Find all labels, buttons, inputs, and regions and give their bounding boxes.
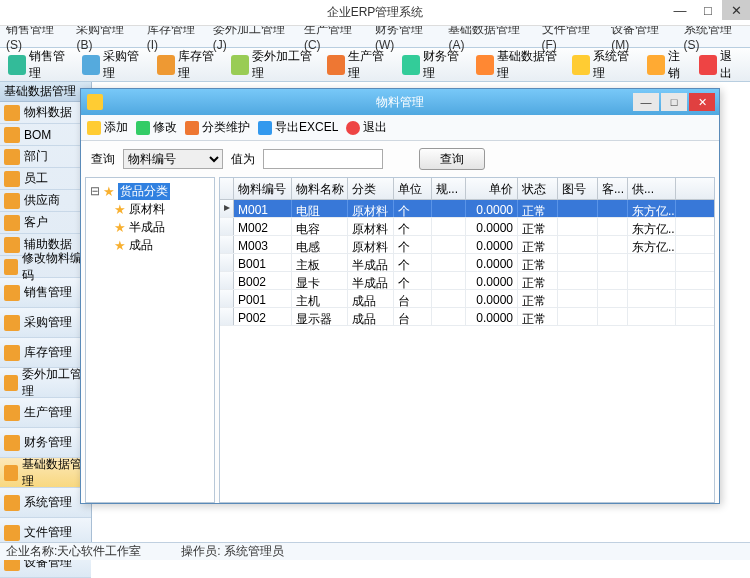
- toolbar-icon: [699, 55, 717, 75]
- sidebar-item[interactable]: 修改物料编码: [0, 256, 91, 278]
- child-title: 物料管理: [376, 94, 424, 111]
- toolbar-icon: [231, 55, 249, 75]
- toolbar-icon: [476, 55, 494, 75]
- column-header[interactable]: 物料名称: [292, 178, 348, 199]
- toolbar-item[interactable]: 退出: [695, 46, 746, 84]
- sidebar-icon: [4, 259, 18, 275]
- child-maximize-button[interactable]: □: [661, 93, 687, 111]
- sidebar-icon: [4, 193, 20, 209]
- child-minimize-button[interactable]: —: [633, 93, 659, 111]
- sidebar-module[interactable]: 采购管理: [0, 308, 91, 338]
- module-icon: [4, 495, 20, 511]
- minimize-button[interactable]: —: [666, 0, 694, 20]
- value-label: 值为: [231, 151, 255, 168]
- sidebar-item[interactable]: 客户: [0, 212, 91, 234]
- tree-node[interactable]: ★原材料: [90, 200, 210, 218]
- star-icon: ★: [103, 184, 115, 199]
- search-button[interactable]: 查询: [419, 148, 485, 170]
- maximize-button[interactable]: □: [694, 0, 722, 20]
- child-titlebar: 物料管理 — □ ✕: [81, 89, 719, 115]
- export-button[interactable]: 导出EXCEL: [258, 119, 338, 136]
- grid-header: 物料编号物料名称分类单位规...单价状态图号客...供...: [220, 178, 714, 200]
- star-icon: ★: [114, 238, 126, 253]
- toolbar-item[interactable]: 财务管理: [398, 46, 470, 84]
- column-header[interactable]: 分类: [348, 178, 394, 199]
- column-header[interactable]: 图号: [558, 178, 598, 199]
- sidebar-item[interactable]: 供应商: [0, 190, 91, 212]
- column-header[interactable]: 规...: [432, 178, 466, 199]
- module-icon: [4, 345, 20, 361]
- sidebar-icon: [4, 149, 20, 165]
- sidebar-item[interactable]: BOM: [0, 124, 91, 146]
- sidebar-module[interactable]: 系统管理: [0, 488, 91, 518]
- category-icon: [185, 121, 199, 135]
- column-header[interactable]: 单价: [466, 178, 518, 199]
- material-grid: 物料编号物料名称分类单位规...单价状态图号客...供... ▸M001电阻原材…: [219, 177, 715, 503]
- sidebar-icon: [4, 105, 20, 121]
- toolbar-icon: [8, 55, 26, 75]
- module-icon: [4, 285, 20, 301]
- exit-button[interactable]: 退出: [346, 119, 387, 136]
- table-row[interactable]: B002显卡半成品个0.0000正常: [220, 272, 714, 290]
- sidebar-icon: [4, 237, 20, 253]
- add-icon: [87, 121, 101, 135]
- table-row[interactable]: P001主机成品台0.0000正常: [220, 290, 714, 308]
- toolbar-icon: [157, 55, 175, 75]
- toolbar-item[interactable]: 注销: [643, 46, 694, 84]
- sidebar-header: 基础数据管理 «: [0, 82, 91, 102]
- module-icon: [4, 435, 20, 451]
- toolbar-icon: [327, 55, 345, 75]
- module-icon: [4, 405, 20, 421]
- close-button[interactable]: ✕: [722, 0, 750, 20]
- table-row[interactable]: M002电容原材料个0.0000正常东方亿...: [220, 218, 714, 236]
- toolbar-item[interactable]: 销售管理: [4, 46, 76, 84]
- sidebar-module[interactable]: 生产管理: [0, 398, 91, 428]
- table-row[interactable]: P002显示器成品台0.0000正常: [220, 308, 714, 326]
- sidebar-module[interactable]: 库存管理: [0, 338, 91, 368]
- toolbar-icon: [647, 55, 665, 75]
- column-header[interactable]: 状态: [518, 178, 558, 199]
- sidebar-module[interactable]: 基础数据管理: [0, 458, 91, 488]
- table-row[interactable]: B001主板半成品个0.0000正常: [220, 254, 714, 272]
- module-icon: [4, 465, 18, 481]
- sidebar-item[interactable]: 物料数据: [0, 102, 91, 124]
- search-bar: 查询 物料编号 值为 查询: [81, 141, 719, 177]
- column-header[interactable]: 单位: [394, 178, 432, 199]
- search-input[interactable]: [263, 149, 383, 169]
- toolbar-item[interactable]: 基础数据管理: [472, 46, 566, 84]
- column-header[interactable]: 物料编号: [234, 178, 292, 199]
- sidebar-module[interactable]: 委外加工管理: [0, 368, 91, 398]
- sidebar-module[interactable]: 财务管理: [0, 428, 91, 458]
- module-icon: [4, 525, 20, 541]
- toolbar-item[interactable]: 委外加工管理: [227, 46, 321, 84]
- tree-node[interactable]: ★半成品: [90, 218, 210, 236]
- exit-icon: [346, 121, 360, 135]
- edit-icon: [136, 121, 150, 135]
- column-header[interactable]: 供...: [628, 178, 676, 199]
- sidebar-item[interactable]: 部门: [0, 146, 91, 168]
- toolbar-item[interactable]: 生产管理: [323, 46, 395, 84]
- tree-root[interactable]: ⊟★货品分类: [90, 182, 210, 200]
- toolbar-item[interactable]: 库存管理: [153, 46, 225, 84]
- app-titlebar: 企业ERP管理系统 — □ ✕: [0, 0, 750, 26]
- toolbar-icon: [402, 55, 420, 75]
- child-close-button[interactable]: ✕: [689, 93, 715, 111]
- app-title: 企业ERP管理系统: [327, 4, 424, 21]
- toolbar-item[interactable]: 采购管理: [78, 46, 150, 84]
- sidebar-item[interactable]: 员工: [0, 168, 91, 190]
- toolbar-item[interactable]: 系统管理: [568, 46, 640, 84]
- edit-button[interactable]: 修改: [136, 119, 177, 136]
- add-button[interactable]: 添加: [87, 119, 128, 136]
- module-icon: [4, 375, 18, 391]
- sidebar: 基础数据管理 « 物料数据BOM部门员工供应商客户辅助数据修改物料编码 销售管理…: [0, 82, 92, 560]
- search-field-select[interactable]: 物料编号: [123, 149, 223, 169]
- star-icon: ★: [114, 202, 126, 217]
- tree-node[interactable]: ★成品: [90, 236, 210, 254]
- toolbar-icon: [82, 55, 100, 75]
- table-row[interactable]: M003电感原材料个0.0000正常东方亿...: [220, 236, 714, 254]
- column-header[interactable]: 客...: [598, 178, 628, 199]
- table-row[interactable]: ▸M001电阻原材料个0.0000正常东方亿...: [220, 200, 714, 218]
- sidebar-title: 基础数据管理: [4, 83, 76, 100]
- category-button[interactable]: 分类维护: [185, 119, 250, 136]
- child-toolbar: 添加 修改 分类维护 导出EXCEL 退出: [81, 115, 719, 141]
